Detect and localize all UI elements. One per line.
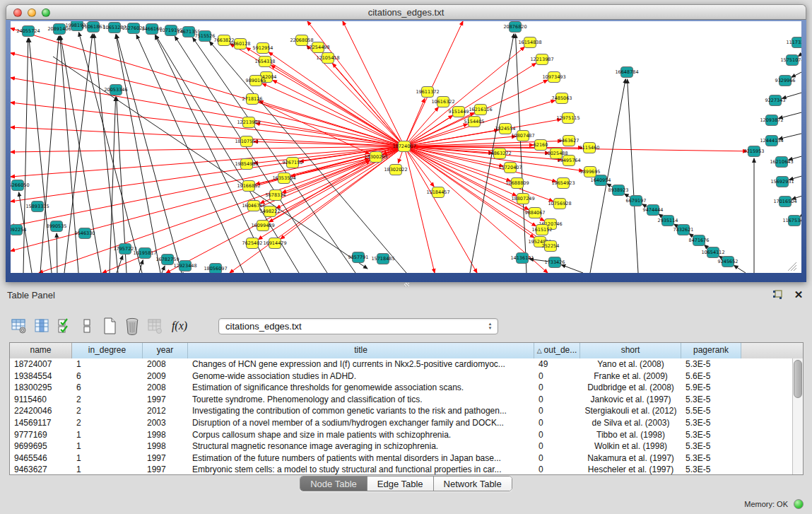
table-row[interactable]: 1830029562008Estimation of significance …	[10, 382, 803, 394]
table-cell: 5.3E-5	[681, 464, 741, 475]
graph-node-label: 7625402	[242, 240, 263, 246]
select-all-rows-button[interactable]	[54, 316, 74, 336]
graph-node-label: 12213989	[237, 119, 260, 125]
table-row[interactable]: 2242004622012Investigating the contribut…	[10, 405, 803, 417]
column-header-pagerank[interactable]: pagerank	[681, 343, 741, 358]
table-settings-icon	[11, 317, 28, 334]
table-cell: Yano et al. (2008)	[580, 358, 681, 370]
graph-edge	[515, 34, 526, 273]
graph-node-label: 18807249	[511, 196, 534, 201]
column-header-in-degree[interactable]: in_degree	[72, 343, 143, 358]
table-cell: 18724007	[10, 358, 72, 370]
table-panel-title: Table Panel	[7, 290, 55, 300]
delete-table-button[interactable]	[145, 316, 165, 336]
network-canvas[interactable]: 1872400724055724208914061998193321061863…	[11, 21, 801, 273]
new-table-button[interactable]	[100, 316, 119, 336]
table-header-row: namein_degreeyeartitle△out_de...shortpag…	[10, 343, 803, 358]
table-cell: 2008	[143, 382, 188, 394]
table-cell: Investigating the contribution of common…	[188, 405, 534, 417]
float-panel-button[interactable]	[771, 288, 784, 301]
graph-node-label: 7515526	[195, 33, 216, 39]
table-row[interactable]: 1456911722003Disruption of a novel membe…	[10, 417, 803, 429]
table-cell: Tourette syndrome. Phenomenology and cla…	[188, 394, 534, 406]
network-view-frame: 1872400724055724208914061998193321061863…	[6, 20, 806, 282]
clear-selection-button[interactable]	[77, 316, 97, 336]
table-cell: Dudbridge et al. (2008)	[580, 382, 681, 394]
graph-node-label: 11675345	[782, 218, 801, 223]
window-titlebar[interactable]: citations_edges.txt	[6, 4, 806, 20]
scrollbar-thumb[interactable]	[794, 360, 802, 398]
tab-network-table[interactable]: Network Table	[434, 477, 512, 491]
graph-node-label: 2718126	[242, 96, 263, 102]
close-panel-button[interactable]: ✕	[792, 288, 805, 301]
graph-node-label: 62160	[534, 142, 548, 148]
table-cell: 2012	[143, 405, 188, 417]
table-row[interactable]: 969969511998Structural magnetic resonanc…	[10, 440, 803, 452]
graph-edge	[40, 36, 59, 273]
table-scrollbar[interactable]	[792, 358, 803, 474]
table-cell: 5.9E-5	[681, 382, 741, 394]
sort-ascending-icon: △	[537, 347, 542, 354]
delete-rows-button[interactable]	[122, 316, 142, 336]
graph-node-label: 16914479	[263, 240, 286, 246]
table-cell: 5.3E-5	[681, 394, 741, 406]
table-panel-header: Table Panel ✕	[0, 285, 812, 306]
delete-table-icon	[146, 317, 163, 334]
graph-edge	[333, 64, 404, 146]
column-chooser-button[interactable]	[32, 316, 52, 336]
column-header-year[interactable]: year	[143, 343, 188, 358]
table-row[interactable]: 1938455462009Genome-wide association stu…	[10, 370, 803, 382]
graph-node-label: 24055724	[16, 28, 40, 34]
column-header-name[interactable]: name	[10, 343, 72, 358]
graph-node-label: 18300295	[364, 154, 387, 160]
function-icon: f(x)	[172, 320, 187, 332]
graph-node-label: 9857791	[348, 255, 369, 260]
table-cell: 0	[534, 429, 580, 441]
table-cell: Disruption of a novel member of a sodium…	[188, 417, 534, 429]
table-row[interactable]: 946362711997Embryonic stem cells: a mode…	[10, 464, 803, 475]
table-cell: Franke et al. (2009)	[580, 370, 681, 382]
graph-node-label: 252254	[542, 243, 560, 249]
table-row[interactable]: 1872400712008Changes of HCN gene express…	[10, 358, 803, 370]
table-selector-dropdown[interactable]: citations_edges.txt ▲▼	[218, 318, 498, 334]
table-row[interactable]: 946554611997Estimation of the future num…	[10, 452, 803, 465]
graph-node-label: 9267150	[283, 160, 303, 165]
table-toolbar: f(x) citations_edges.txt ▲▼	[9, 315, 498, 337]
graph-node-label: 9092254	[11, 227, 26, 233]
canvas-resize-grip[interactable]	[791, 265, 796, 271]
memory-status-label: Memory: OK	[744, 500, 788, 508]
function-builder-button[interactable]: f(x)	[167, 316, 192, 336]
table-body: 1872400712008Changes of HCN gene express…	[10, 358, 803, 475]
table-cell: 1998	[143, 429, 188, 441]
dropdown-stepper-icon: ▲▼	[486, 320, 495, 332]
table-cell: 0	[534, 452, 580, 465]
table-cell: 0	[534, 405, 580, 417]
column-header-short[interactable]: short	[580, 343, 681, 358]
table-settings-button[interactable]	[9, 316, 29, 336]
table-row[interactable]: 977716911998Corpus callosum shape and si…	[10, 429, 803, 441]
graph-edge	[628, 79, 638, 273]
tab-edge-table[interactable]: Edge Table	[367, 477, 434, 491]
graph-node-label: 9884067	[525, 210, 546, 216]
table-cell: Corpus callosum shape and size in male p…	[188, 429, 534, 441]
graph-node-label: 2935114	[658, 218, 678, 223]
graph-node-label: 10654112	[701, 250, 724, 255]
graph-node-label: 16210643	[770, 159, 793, 165]
column-header-out-de-[interactable]: △out_de...	[534, 343, 580, 358]
graph-node-label: 1640954	[591, 177, 611, 183]
graph-node-label: 19611372	[416, 89, 439, 95]
table-cell: Wolkin et al. (1998)	[580, 440, 681, 452]
table-cell: 9777169	[10, 429, 72, 441]
graph-node-label: 16216116	[469, 107, 492, 112]
graph-node-label: 9546330	[75, 230, 95, 236]
table-cell: 1997	[143, 452, 188, 465]
memory-status-icon[interactable]	[794, 499, 804, 509]
table-cell: 1	[72, 440, 143, 452]
tab-node-table[interactable]: Node Table	[300, 477, 367, 491]
table-row[interactable]: 911546021997Tourette syndrome. Phenomeno…	[10, 394, 803, 406]
table-cell: 0	[534, 417, 580, 429]
column-header-title[interactable]: title	[188, 343, 534, 358]
canvas-resize-grip[interactable]	[794, 268, 796, 271]
graph-node-label: 10973493	[542, 74, 565, 80]
column-header-label: out_de...	[544, 345, 577, 355]
